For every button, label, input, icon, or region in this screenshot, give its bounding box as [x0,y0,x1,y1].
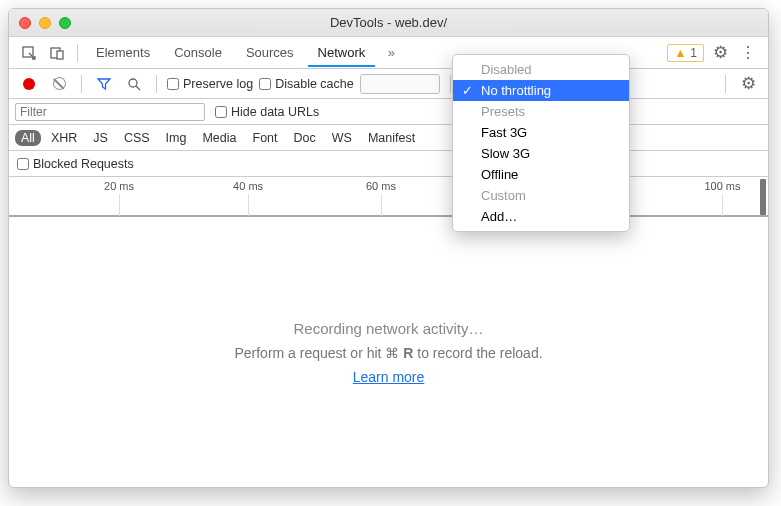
throttle-heading-custom: Custom [453,185,629,206]
record-button[interactable] [17,72,41,96]
empty-heading: Recording network activity… [293,320,483,337]
more-tabs-icon[interactable]: » [379,41,403,65]
timeline-tick: 60 ms [366,180,396,192]
disable-cache-checkbox[interactable]: Disable cache [259,77,354,91]
settings-icon[interactable]: ⚙ [708,41,732,65]
throttle-option-add[interactable]: Add… [453,206,629,227]
separator [156,75,157,93]
throttle-option-offline[interactable]: Offline [453,164,629,185]
hide-data-urls-label: Hide data URLs [231,105,319,119]
warnings-chip[interactable]: ▲ 1 [667,44,704,62]
separator [725,75,726,93]
type-img[interactable]: Img [160,130,193,146]
cmd-key-icon: ⌘ [385,345,399,361]
warning-icon: ▲ [674,46,686,60]
tab-console[interactable]: Console [164,39,232,66]
svg-point-3 [129,79,137,87]
warning-count: 1 [690,46,697,60]
type-all[interactable]: All [15,130,41,146]
disable-cache-label: Disable cache [275,77,354,91]
separator [81,75,82,93]
hide-data-urls-checkbox[interactable]: Hide data URLs [215,105,319,119]
type-manifest[interactable]: Manifest [362,130,421,146]
type-ws[interactable]: WS [326,130,358,146]
svg-line-4 [136,86,140,90]
throttle-heading-presets: Presets [453,101,629,122]
clear-button[interactable] [47,72,71,96]
filter-input[interactable] [15,103,205,121]
type-xhr[interactable]: XHR [45,130,83,146]
type-css[interactable]: CSS [118,130,156,146]
search-icon[interactable] [122,72,146,96]
preserve-log-checkbox[interactable]: Preserve log [167,77,253,91]
blocked-requests-bar: Blocked Requests [9,151,768,177]
type-doc[interactable]: Doc [288,130,322,146]
blocked-requests-label: Blocked Requests [33,157,134,171]
throttling-select[interactable] [360,74,440,94]
type-font[interactable]: Font [247,130,284,146]
empty-state: Recording network activity… Perform a re… [9,217,768,487]
filter-icon[interactable] [92,72,116,96]
preserve-log-label: Preserve log [183,77,253,91]
empty-description: Perform a request or hit ⌘ R to record t… [234,345,542,361]
throttle-option-no-throttling[interactable]: No throttling [453,80,629,101]
tab-elements[interactable]: Elements [86,39,160,66]
throttle-option-slow-3g[interactable]: Slow 3G [453,143,629,164]
request-type-bar: All XHR JS CSS Img Media Font Doc WS Man… [9,125,768,151]
tab-network[interactable]: Network [308,39,376,67]
filter-bar: Hide data URLs [9,99,768,125]
device-toolbar-icon[interactable] [45,41,69,65]
devtools-window: DevTools - web.dev/ Elements Console Sou… [8,8,769,488]
svg-rect-2 [57,51,63,59]
blocked-requests-checkbox[interactable]: Blocked Requests [17,157,134,171]
learn-more-link[interactable]: Learn more [353,369,425,385]
network-toolbar: Preserve log Disable cache ⚙ [9,69,768,99]
kebab-menu-icon[interactable]: ⋮ [736,41,760,65]
timeline-tick: 20 ms [104,180,134,192]
type-js[interactable]: JS [87,130,114,146]
separator [77,44,78,62]
timeline-tick: 40 ms [233,180,263,192]
separator [450,75,451,93]
type-media[interactable]: Media [196,130,242,146]
throttle-option-fast-3g[interactable]: Fast 3G [453,122,629,143]
timeline-overview[interactable]: 20 ms 40 ms 60 ms 100 ms [9,177,768,217]
throttle-heading-disabled: Disabled [453,59,629,80]
window-title: DevTools - web.dev/ [9,15,768,30]
inspect-element-icon[interactable] [17,41,41,65]
throttling-dropdown: Disabled No throttling Presets Fast 3G S… [452,54,630,232]
window-titlebar: DevTools - web.dev/ [9,9,768,37]
timeline-tick: 100 ms [704,180,740,192]
network-settings-icon[interactable]: ⚙ [736,72,760,96]
main-tab-strip: Elements Console Sources Network » ▲ 1 ⚙… [9,37,768,69]
timeline-handle[interactable] [760,179,766,215]
tab-sources[interactable]: Sources [236,39,304,66]
